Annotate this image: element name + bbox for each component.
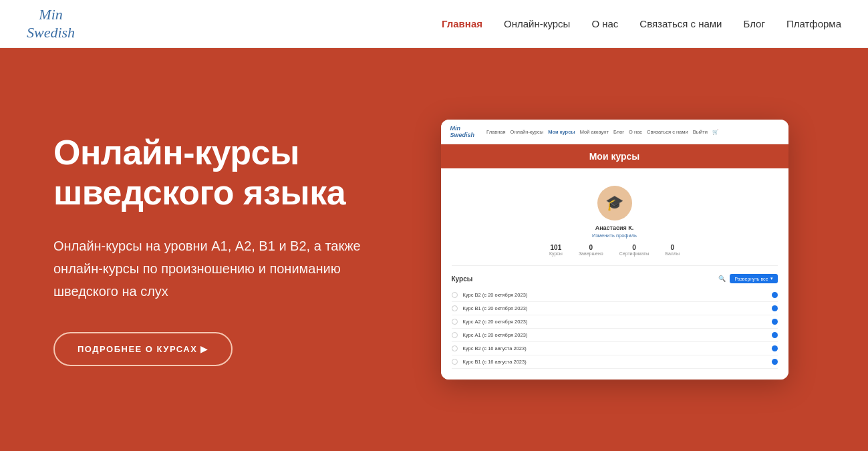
nav-item-платформа[interactable]: Платформа: [786, 18, 841, 29]
nav-item-онлайн-курсы[interactable]: Онлайн-курсы: [504, 18, 570, 29]
mock-nav-blog: Блог: [613, 129, 624, 135]
course-name: Курс В2 (с 16 августа 2023): [463, 345, 766, 351]
hero-subtitle: Онлайн-курсы на уровни А1, А2, В1 и В2, …: [53, 235, 388, 303]
mock-logo: MinSwedish: [450, 125, 475, 138]
mock-stats-row: 101Курсы0Завершено0Сертификаты0Баллы: [549, 244, 680, 256]
mock-expand-label: Развернуть все: [734, 277, 768, 281]
course-expand-dot[interactable]: [772, 332, 778, 338]
mock-stat-value: 0: [579, 244, 603, 251]
hero-section: Онлайн-курсы шведского языка Онлайн-курс…: [0, 48, 868, 451]
course-name: Курс В1 (с 20 октября 2023): [463, 305, 766, 311]
course-name: Курс В1 (с 16 августа 2023): [463, 359, 766, 365]
mock-edit-profile-link[interactable]: Изменить профиль: [592, 233, 637, 239]
nav-item-о-нас[interactable]: О нас: [591, 18, 618, 29]
course-name: Курс А2 (с 20 октября 2023): [463, 319, 766, 325]
course-expand-dot[interactable]: [772, 292, 778, 298]
mock-course-item[interactable]: Курс В1 (с 16 августа 2023): [452, 355, 778, 369]
mock-courses-actions: 🔍 Развернуть все ▾: [718, 274, 777, 283]
mock-nav-my-courses: Мои курсы: [548, 129, 575, 135]
graduation-cap-icon: 🎓: [605, 194, 623, 212]
course-checkbox[interactable]: [452, 292, 458, 298]
dashboard-mockup-container: MinSwedish Главная Онлайн-курсы Мои курс…: [388, 120, 841, 380]
chevron-down-icon: ▾: [770, 276, 773, 281]
mock-course-item[interactable]: Курс А1 (с 20 октября 2023): [452, 329, 778, 342]
mock-nav-account: Мой аккаунт: [580, 129, 609, 135]
mock-stat-баллы: 0Баллы: [665, 244, 680, 256]
mock-course-item[interactable]: Курс В2 (с 16 августа 2023): [452, 342, 778, 355]
mock-expand-button[interactable]: Развернуть все ▾: [730, 274, 777, 283]
mock-course-item[interactable]: Курс В1 (с 20 октября 2023): [452, 302, 778, 315]
mock-nav-cart-icon: 🛒: [712, 129, 718, 135]
mock-stat-курсы: 101Курсы: [549, 244, 563, 256]
mock-title-bar: Мои курсы: [441, 144, 788, 168]
mock-course-item[interactable]: Курс В2 (с 20 октября 2023): [452, 289, 778, 302]
cta-button[interactable]: ПОДРОБНЕЕ О КУРСАХ ▶: [53, 332, 233, 366]
hero-content: Онлайн-курсы шведского языка Онлайн-курс…: [53, 133, 388, 366]
mock-stat-завершено: 0Завершено: [579, 244, 603, 256]
mock-course-list: Курс В2 (с 20 октября 2023) Курс В1 (с 2…: [452, 289, 778, 369]
mock-nav-logout: Выйти: [693, 129, 708, 135]
nav-item-блог[interactable]: Блог: [743, 18, 764, 29]
course-checkbox[interactable]: [452, 319, 458, 325]
course-expand-dot[interactable]: [772, 345, 778, 351]
course-name: Курс А1 (с 20 октября 2023): [463, 332, 766, 338]
mock-nav-contact: Связаться с нами: [647, 129, 688, 135]
mock-course-item[interactable]: Курс А2 (с 20 октября 2023): [452, 315, 778, 329]
site-logo[interactable]: Min Swedish: [27, 6, 75, 41]
course-checkbox[interactable]: [452, 345, 458, 351]
course-checkbox[interactable]: [452, 359, 458, 365]
mock-courses-title: Курсы: [452, 275, 473, 283]
course-expand-dot[interactable]: [772, 319, 778, 325]
mock-username: Анастасия К.: [595, 224, 634, 231]
mock-stat-value: 0: [619, 244, 649, 251]
mock-stat-label: Завершено: [579, 251, 603, 256]
mock-avatar: 🎓: [597, 186, 632, 220]
mock-nav-home: Главная: [486, 129, 506, 135]
dashboard-mock: MinSwedish Главная Онлайн-курсы Мои курс…: [441, 120, 788, 380]
nav-item-главная[interactable]: Главная: [442, 18, 482, 29]
course-expand-dot[interactable]: [772, 359, 778, 365]
mock-page-title: Мои курсы: [589, 151, 640, 162]
nav-item-связаться-с-нами[interactable]: Связаться с нами: [639, 18, 722, 29]
logo-line1: Min: [39, 6, 62, 23]
mock-courses-header: Курсы 🔍 Развернуть все ▾: [452, 274, 778, 283]
site-header: Min Swedish ГлавнаяОнлайн-курсыО насСвяз…: [0, 0, 868, 48]
mock-nav-courses: Онлайн-курсы: [511, 129, 544, 135]
hero-title: Онлайн-курсы шведского языка: [53, 133, 388, 213]
mock-nav-about: О нас: [629, 129, 642, 135]
course-name: Курс В2 (с 20 октября 2023): [463, 292, 766, 298]
course-checkbox[interactable]: [452, 305, 458, 311]
mock-stat-label: Сертификаты: [619, 251, 649, 256]
course-expand-dot[interactable]: [772, 305, 778, 311]
mock-search-icon[interactable]: 🔍: [718, 275, 726, 282]
mock-stat-value: 0: [665, 244, 680, 251]
mock-stat-label: Баллы: [665, 251, 680, 256]
mock-main-content: 🎓 Анастасия К. Изменить профиль 101Курсы…: [441, 168, 788, 380]
logo-line2: Swedish: [27, 24, 75, 41]
course-checkbox[interactable]: [452, 332, 458, 338]
mock-profile-section: 🎓 Анастасия К. Изменить профиль 101Курсы…: [452, 179, 778, 266]
mock-nav-links: Главная Онлайн-курсы Мои курсы Мой аккау…: [486, 129, 778, 135]
mock-stat-label: Курсы: [549, 251, 563, 256]
main-nav: ГлавнаяОнлайн-курсыО насСвязаться с нами…: [442, 18, 841, 29]
mock-stat-сертификаты: 0Сертификаты: [619, 244, 649, 256]
mock-stat-value: 101: [549, 244, 563, 251]
mock-nav-bar: MinSwedish Главная Онлайн-курсы Мои курс…: [441, 120, 788, 144]
